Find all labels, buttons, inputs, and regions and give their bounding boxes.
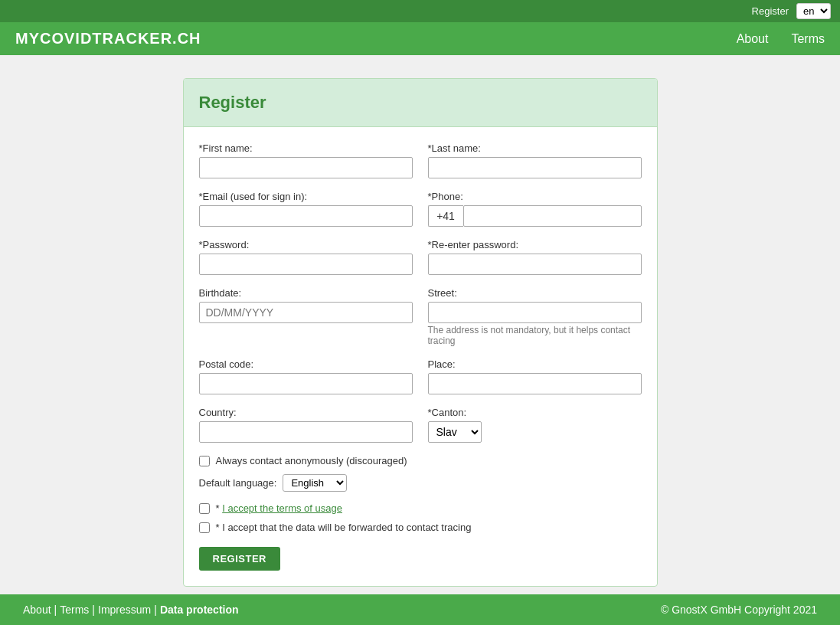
accept-terms-row: * I accept the terms of usage <box>199 502 642 514</box>
register-body: *First name: *Last name: *Email (used fo… <box>184 127 657 586</box>
postal-place-row: Postal code: Place: <box>199 358 642 394</box>
email-phone-row: *Email (used for sign in): *Phone: +41 <box>199 191 642 227</box>
register-link[interactable]: Register <box>752 5 789 17</box>
birthdate-group: Birthdate: <box>199 287 413 346</box>
email-label: *Email (used for sign in): <box>199 191 413 202</box>
footer-about-link[interactable]: About <box>23 604 51 610</box>
nav-links: About Terms <box>737 32 825 46</box>
footer-terms-link[interactable]: Terms <box>60 604 89 610</box>
language-row: Default language: English Deutsch França… <box>199 474 642 492</box>
footer: About | Terms | Impressum | Data protect… <box>0 594 840 610</box>
phone-prefix: +41 <box>428 205 463 227</box>
accept-terms-label: * I accept the terms of usage <box>216 502 342 514</box>
reenter-password-input[interactable] <box>428 254 642 275</box>
footer-copyright: © GnostX GmbH Copyright 2021 <box>661 604 817 610</box>
country-input[interactable] <box>199 421 413 443</box>
register-title: Register <box>199 93 266 112</box>
nav-terms-link[interactable]: Terms <box>791 32 825 46</box>
accept-data-label: * I accept that the data will be forward… <box>216 522 472 533</box>
first-name-group: *First name: <box>199 142 413 178</box>
default-language-select[interactable]: English Deutsch Français Italiano <box>283 474 347 492</box>
canton-select[interactable]: Slav AG BE GE ZH <box>428 421 482 443</box>
password-row: *Password: *Re-enter password: <box>199 239 642 275</box>
footer-data-protection-link[interactable]: Data protection <box>160 604 239 610</box>
language-selector[interactable]: en de fr it <box>796 3 831 19</box>
canton-group: *Canton: Slav AG BE GE ZH <box>428 407 642 443</box>
postal-code-group: Postal code: <box>199 358 413 394</box>
postal-code-input[interactable] <box>199 373 413 394</box>
street-group: Street: The address is not mandatory, bu… <box>428 287 642 346</box>
country-group: Country: <box>199 407 413 443</box>
country-canton-row: Country: *Canton: Slav AG BE GE ZH <box>199 407 642 443</box>
default-language-label: Default language: <box>199 477 277 489</box>
top-bar: Register en de fr it <box>0 0 840 22</box>
brand-logo: MYCOVIDTRACKER.CH <box>15 30 201 47</box>
register-card: Register *First name: *Last name: *Email… <box>183 78 658 587</box>
reenter-password-label: *Re-enter password: <box>428 239 642 250</box>
name-row: *First name: *Last name: <box>199 142 642 178</box>
place-group: Place: <box>428 358 642 394</box>
password-input[interactable] <box>199 254 413 275</box>
register-header: Register <box>184 79 657 127</box>
place-input[interactable] <box>428 373 642 394</box>
birthdate-input[interactable] <box>199 302 413 323</box>
nav-about-link[interactable]: About <box>737 32 769 46</box>
phone-label: *Phone: <box>428 191 642 202</box>
footer-impressum-link[interactable]: Impressum <box>98 604 151 610</box>
terms-of-usage-link[interactable]: I accept the terms of usage <box>222 502 342 514</box>
footer-links: About | Terms | Impressum | Data protect… <box>23 604 239 610</box>
street-label: Street: <box>428 287 642 299</box>
last-name-input[interactable] <box>428 157 642 178</box>
phone-input-group: +41 <box>428 205 642 227</box>
reenter-password-group: *Re-enter password: <box>428 239 642 275</box>
navbar: MYCOVIDTRACKER.CH About Terms <box>0 22 840 55</box>
street-input[interactable] <box>428 302 642 323</box>
address-hint: The address is not mandatory, but it hel… <box>428 325 642 346</box>
postal-code-label: Postal code: <box>199 358 413 370</box>
anonymous-label: Always contact anonymously (discouraged) <box>216 455 407 466</box>
last-name-label: *Last name: <box>428 142 642 154</box>
place-label: Place: <box>428 358 642 370</box>
password-group: *Password: <box>199 239 413 275</box>
canton-label: *Canton: <box>428 407 642 418</box>
register-button[interactable]: REGISTER <box>199 547 280 571</box>
first-name-input[interactable] <box>199 157 413 178</box>
email-input[interactable] <box>199 205 413 227</box>
last-name-group: *Last name: <box>428 142 642 178</box>
accept-data-row: * I accept that the data will be forward… <box>199 522 642 533</box>
main-content: Register *First name: *Last name: *Email… <box>0 55 840 610</box>
accept-data-checkbox[interactable] <box>199 522 210 533</box>
first-name-label: *First name: <box>199 142 413 154</box>
anonymous-checkbox[interactable] <box>199 456 210 466</box>
phone-group: *Phone: +41 <box>428 191 642 227</box>
birthdate-label: Birthdate: <box>199 287 413 299</box>
phone-number-input[interactable] <box>463 205 642 227</box>
anonymous-row: Always contact anonymously (discouraged) <box>199 455 642 466</box>
birthdate-street-row: Birthdate: Street: The address is not ma… <box>199 287 642 346</box>
country-label: Country: <box>199 407 413 418</box>
accept-terms-checkbox[interactable] <box>199 503 210 514</box>
email-group: *Email (used for sign in): <box>199 191 413 227</box>
password-label: *Password: <box>199 239 413 250</box>
